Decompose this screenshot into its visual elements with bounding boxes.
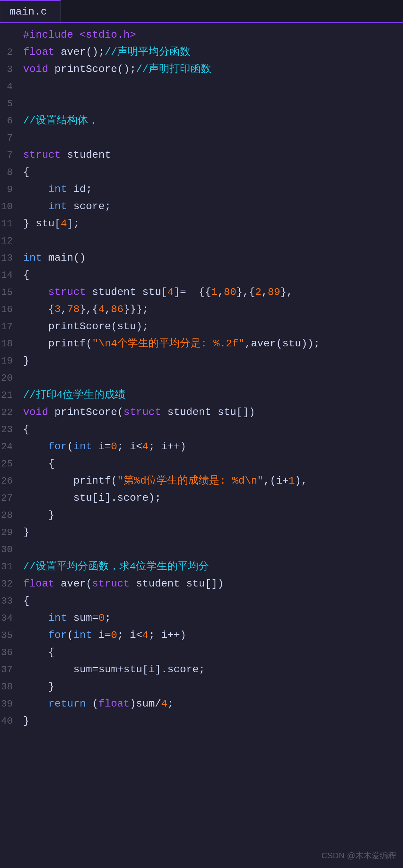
- token: void: [23, 406, 48, 418]
- line-content: #include <stdio.h>: [19, 26, 403, 44]
- line-number: 3: [0, 61, 19, 78]
- line-number: 27: [0, 490, 19, 507]
- line-content: {: [19, 592, 403, 610]
- code-line: 14{: [0, 267, 403, 284]
- code-line: 33{: [0, 592, 403, 610]
- line-content: {: [19, 455, 403, 472]
- line-content: //打印4位学生的成绩: [19, 387, 403, 404]
- line-content: }: [19, 678, 403, 695]
- line-content: }: [19, 524, 403, 541]
- code-line: 28 }: [0, 507, 403, 524]
- token: student: [61, 149, 111, 161]
- line-content: printf("\n4个学生的平均分是: %.2f",aver(stu));: [19, 335, 403, 352]
- code-line: 27 stu[i].score);: [0, 490, 403, 507]
- token: ,: [262, 286, 268, 298]
- token: sum=sum+stu[i].score;: [23, 664, 205, 675]
- line-content: }: [19, 713, 403, 730]
- token: ]= {{: [174, 286, 211, 298]
- token: 0: [111, 629, 117, 641]
- line-number: 40: [0, 713, 19, 730]
- line-content: struct student stu[4]= {{1,80},{2,89},: [19, 284, 403, 301]
- code-line: 3void printScore();//声明打印函数: [0, 61, 403, 78]
- line-content: float aver(struct student stu[]): [19, 575, 403, 592]
- line-content: //设置平均分函数，求4位学生的平均分: [19, 558, 403, 575]
- token: }: [23, 355, 29, 367]
- line-number: 13: [0, 249, 19, 267]
- token: }: [23, 526, 29, 538]
- code-line: 23{: [0, 421, 403, 438]
- line-number: 21: [0, 387, 19, 404]
- line-number: 29: [0, 524, 19, 541]
- token: ;: [168, 698, 174, 710]
- watermark: CSDN @木木爱编程: [321, 850, 396, 861]
- token: ,: [104, 304, 111, 315]
- token: float: [99, 698, 130, 710]
- token: 0: [99, 612, 105, 624]
- code-line: 34 int sum=0;: [0, 610, 403, 627]
- line-number: 39: [0, 695, 19, 713]
- code-line: 17 printScore(stu);: [0, 318, 403, 335]
- token: }: [23, 715, 29, 727]
- line-content: {: [19, 267, 403, 284]
- line-number: 19: [0, 352, 19, 369]
- line-content: sum=sum+stu[i].score;: [19, 661, 403, 678]
- code-line: 26 printf("第%d位学生的成绩是: %d\n",(i+1),: [0, 472, 403, 490]
- token: 4: [61, 218, 67, 229]
- line-number: 5: [0, 95, 19, 112]
- token: } stu[: [23, 218, 61, 229]
- token: struct: [48, 286, 86, 298]
- token: printf(: [23, 475, 117, 487]
- line-number: 7: [0, 147, 19, 164]
- tab-main-c[interactable]: main.c: [0, 0, 61, 22]
- code-line: 40}: [0, 713, 403, 730]
- token: [23, 201, 48, 212]
- line-number: 20: [0, 369, 19, 387]
- line-content: {: [19, 644, 403, 661]
- token: "第%d位学生的成绩是: %d\n": [117, 475, 263, 487]
- line-number: 10: [0, 198, 19, 215]
- line-number: 37: [0, 661, 19, 678]
- code-line: 37 sum=sum+stu[i].score;: [0, 661, 403, 678]
- token: {: [23, 166, 29, 178]
- code-line: 32float aver(struct student stu[]): [0, 575, 403, 592]
- code-line: 19}: [0, 352, 403, 369]
- line-number: 12: [0, 232, 19, 249]
- token: [23, 698, 48, 710]
- token: },{: [236, 286, 255, 298]
- token: [23, 629, 48, 641]
- token: //声明平均分函数: [104, 46, 190, 58]
- line-content: {: [19, 421, 403, 438]
- code-line: 16 {3,78},{4,86}}};: [0, 301, 403, 318]
- token: [23, 183, 48, 195]
- line-number: 11: [0, 215, 19, 232]
- line-number: 38: [0, 678, 19, 695]
- code-line: 36 {: [0, 644, 403, 661]
- line-number: 9: [0, 181, 19, 198]
- code-area: #include <stdio.h>2float aver();//声明平均分函…: [0, 23, 403, 733]
- token: {: [23, 595, 29, 607]
- token: 80: [224, 286, 237, 298]
- code-line: 18 printf("\n4个学生的平均分是: %.2f",aver(stu))…: [0, 335, 403, 352]
- token: ,aver(stu));: [245, 338, 320, 349]
- line-content: void printScore(struct student stu[]): [19, 404, 403, 421]
- line-content: for(int i=0; i<4; i++): [19, 627, 403, 644]
- tab-bar: main.c: [0, 0, 403, 23]
- token: {: [23, 647, 54, 658]
- code-line: 10 int score;: [0, 198, 403, 215]
- line-content: {: [19, 164, 403, 181]
- token: ; i++): [149, 441, 186, 452]
- token: {: [23, 458, 54, 469]
- code-line: 4: [0, 78, 403, 95]
- line-content: printScore(stu);: [19, 318, 403, 335]
- token: (: [67, 441, 74, 452]
- token: 4: [167, 286, 174, 298]
- token: int: [73, 441, 92, 452]
- line-number: 36: [0, 644, 19, 661]
- line-content: }: [19, 352, 403, 369]
- line-number: 16: [0, 301, 19, 318]
- token: "\n4个学生的平均分是: %.2f": [92, 338, 245, 349]
- line-number: 22: [0, 404, 19, 421]
- token: //设置平均分函数，求4位学生的平均分: [23, 561, 209, 572]
- line-content: int main(): [19, 249, 403, 267]
- code-line: 12: [0, 232, 403, 249]
